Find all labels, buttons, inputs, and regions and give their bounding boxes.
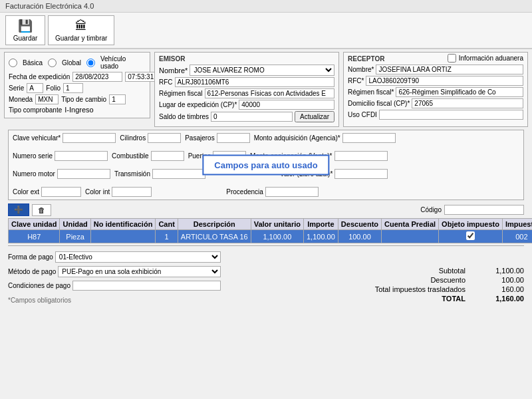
info-aduanera-checkbox[interactable] bbox=[448, 54, 456, 63]
metodo-pago-select[interactable]: PUE-Pago en una sola exhibición bbox=[58, 266, 221, 277]
receptor-regimen-input[interactable] bbox=[396, 87, 523, 97]
col-objeto-impuesto: Objeto impuesto bbox=[439, 219, 503, 230]
moneda-input[interactable] bbox=[35, 94, 59, 104]
tipo-comprobante-label: Tipo comprobante bbox=[9, 106, 62, 114]
receptor-nombre-label: Nombre* bbox=[348, 66, 374, 73]
condiciones-pago-row: Condiciones de pago bbox=[8, 281, 221, 291]
emisor-regimen-input[interactable] bbox=[205, 88, 334, 98]
cell-cant: 1 bbox=[156, 230, 178, 243]
receptor-panel: RECEPTOR Información aduanera Nombre* RF… bbox=[343, 52, 528, 127]
tipo-cambio-input[interactable] bbox=[109, 94, 126, 104]
folio-input[interactable] bbox=[63, 83, 83, 93]
procedencia-input[interactable] bbox=[265, 187, 319, 197]
table-header-row: Clave unidad Unidad No identificación Ca… bbox=[9, 219, 533, 230]
cell-cuenta-predial bbox=[382, 230, 439, 243]
serie-folio-row: Serie Folio bbox=[9, 83, 146, 93]
emisor-panel: EMISOR Nombre* JOSE ALVAREZ ROMO RFC Rég… bbox=[154, 52, 339, 127]
clave-vehicular-input[interactable] bbox=[63, 133, 116, 143]
condiciones-pago-input[interactable] bbox=[72, 281, 221, 291]
subtotal-row: Subtotal 1,100.00 bbox=[346, 267, 524, 275]
color-ext-input[interactable] bbox=[41, 187, 81, 197]
toolbar: 💾 Guardar 🏛 Guardar y timbrar bbox=[0, 13, 532, 49]
emisor-saldo-input[interactable] bbox=[211, 112, 293, 122]
emisor-nombre-select[interactable]: JOSE ALVAREZ ROMO bbox=[190, 65, 334, 76]
moneda-row: Moneda Tipo de cambio bbox=[9, 94, 146, 104]
numero-motor-field: Numero motor bbox=[13, 169, 110, 179]
total-value: 1,160.00 bbox=[471, 295, 524, 303]
save-stamp-button[interactable]: 🏛 Guardar y timbrar bbox=[48, 15, 114, 45]
subtotal-value: 1,100.00 bbox=[471, 267, 524, 275]
radio-vehiculo[interactable] bbox=[86, 59, 95, 67]
emisor-rfc-label: RFC bbox=[159, 78, 173, 86]
radio-basica[interactable] bbox=[9, 59, 17, 67]
subtotal-label: Subtotal bbox=[346, 267, 466, 275]
forma-pago-select[interactable]: 01-Efectivo bbox=[55, 251, 221, 263]
transmision-label: Transmisión bbox=[114, 170, 150, 178]
app-title: Facturación Electrónica 4.0 bbox=[5, 2, 94, 10]
metodo-pago-row: Método de pago PUE-Pago en una sola exhi… bbox=[8, 266, 221, 277]
codigo-field: Código bbox=[420, 205, 524, 215]
receptor-rfc-label: RFC* bbox=[348, 77, 364, 84]
save-stamp-label: Guardar y timbrar bbox=[55, 35, 107, 42]
receptor-rfc-input[interactable] bbox=[366, 76, 523, 86]
tipo-comprobante-value: I-Ingreso bbox=[65, 106, 93, 114]
cell-descripcion: ARTICULO TASA 16 bbox=[178, 230, 251, 243]
numero-serie-input[interactable] bbox=[55, 151, 108, 161]
receptor-nombre-input[interactable] bbox=[376, 65, 523, 74]
delete-item-button[interactable]: 🗑 bbox=[32, 204, 51, 216]
add-item-button[interactable]: ➕ bbox=[8, 203, 29, 216]
radio-basica-label: Básica bbox=[23, 59, 43, 66]
pasajeros-field: Pasajeros bbox=[185, 133, 249, 143]
table-row[interactable]: H87 Pieza 1 ARTICULO TASA 16 1,100.00 1,… bbox=[9, 230, 533, 243]
tipo-cambio-label: Tipo de cambio bbox=[61, 96, 106, 103]
monto-adquisicion-input[interactable] bbox=[342, 133, 396, 143]
numero-serie-label: Numero serie bbox=[13, 152, 53, 160]
cilindros-input[interactable] bbox=[148, 133, 181, 143]
campos-obligatorios: *Campos obligatorios bbox=[8, 297, 221, 304]
combustible-label: Combustible bbox=[112, 152, 149, 160]
receptor-nombre-row: Nombre* bbox=[348, 65, 523, 74]
numero-motor-input[interactable] bbox=[57, 169, 110, 179]
col-no-identificacion: No identificación bbox=[90, 219, 156, 230]
col-clave-unidad: Clave unidad bbox=[9, 219, 60, 230]
col-unidad: Unidad bbox=[60, 219, 90, 230]
totals-panel: Subtotal 1,100.00 Descuento 100.00 Total… bbox=[346, 267, 524, 304]
serie-label: Serie bbox=[9, 84, 24, 92]
receptor-uso-cfdi-input[interactable] bbox=[379, 110, 523, 120]
fecha-input[interactable] bbox=[72, 72, 122, 82]
color-int-label: Color int bbox=[85, 188, 110, 196]
clave-vehicular-field: Clave vehicular* bbox=[13, 133, 116, 143]
emisor-regimen-row: Régimen fiscal bbox=[159, 88, 334, 98]
emisor-lugar-label: Lugar de expedición (CP)* bbox=[159, 101, 237, 108]
tipo-section: Básica Global Vehículo usado Fecha de ex… bbox=[4, 52, 150, 118]
monto-adquisicion-field: Monto adquisición (Agencia)* bbox=[254, 133, 396, 143]
transmision-input[interactable] bbox=[152, 169, 205, 179]
cell-objeto-impuesto bbox=[439, 230, 503, 243]
emisor-rfc-input[interactable] bbox=[175, 77, 334, 87]
combustible-input[interactable] bbox=[151, 151, 184, 161]
col-descuento: Descuento bbox=[338, 219, 381, 230]
serie-input[interactable] bbox=[27, 83, 43, 93]
actualizar-button[interactable]: Actualizar bbox=[295, 111, 334, 122]
color-int-input[interactable] bbox=[112, 187, 152, 197]
valor-libro-azul-input[interactable] bbox=[334, 169, 388, 179]
receptor-domicilio-input[interactable] bbox=[412, 98, 523, 108]
pasajeros-input[interactable] bbox=[217, 133, 250, 143]
emisor-title: EMISOR bbox=[159, 55, 334, 63]
monto-enajenacion-input[interactable] bbox=[334, 151, 388, 161]
emisor-saldo-row: Saldo de timbres Actualizar bbox=[159, 111, 334, 122]
objeto-impuesto-checkbox[interactable] bbox=[466, 231, 475, 240]
codigo-input[interactable] bbox=[444, 205, 524, 215]
folio-label: Folio bbox=[46, 84, 61, 92]
save-button[interactable]: 💾 Guardar bbox=[5, 15, 45, 45]
descuento-row: Descuento 100.00 bbox=[346, 276, 524, 284]
emisor-nombre-label: Nombre* bbox=[159, 66, 188, 74]
radio-global-label: Global bbox=[62, 59, 81, 66]
procedencia-field: Procedencia bbox=[226, 187, 319, 197]
receptor-uso-cfdi-row: Uso CFDI bbox=[348, 110, 523, 120]
descuento-value: 100.00 bbox=[471, 276, 524, 284]
emisor-rfc-row: RFC bbox=[159, 77, 334, 87]
emisor-lugar-input[interactable] bbox=[239, 100, 334, 110]
condiciones-pago-label: Condiciones de pago bbox=[8, 282, 70, 289]
radio-global[interactable] bbox=[48, 59, 57, 67]
